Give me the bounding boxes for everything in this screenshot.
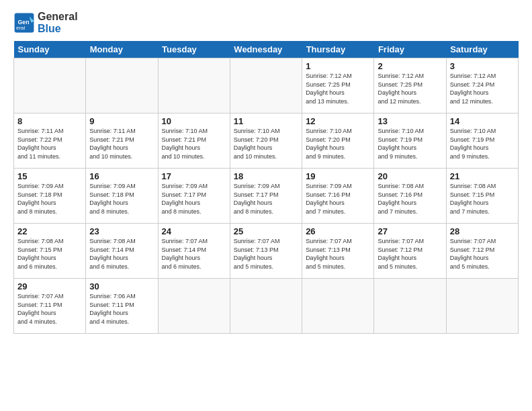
day-number: 29 — [17, 281, 82, 291]
day-number: 3 — [450, 61, 515, 71]
calendar-cell: 19 Sunrise: 7:09 AMSunset: 7:16 PMDaylig… — [302, 169, 374, 224]
day-detail: Sunrise: 7:06 AMSunset: 7:11 PMDaylight … — [89, 293, 136, 325]
day-detail: Sunrise: 7:07 AMSunset: 7:11 PMDaylight … — [17, 293, 64, 325]
day-detail: Sunrise: 7:12 AMSunset: 7:25 PMDaylight … — [306, 73, 352, 105]
calendar-cell: 16 Sunrise: 7:09 AMSunset: 7:18 PMDaylig… — [86, 169, 158, 224]
logo-text: General Blue — [38, 11, 78, 34]
day-detail: Sunrise: 7:07 AMSunset: 7:13 PMDaylight … — [306, 238, 352, 270]
calendar-cell: 27 Sunrise: 7:07 AMSunset: 7:12 PMDaylig… — [374, 224, 446, 279]
day-detail: Sunrise: 7:08 AMSunset: 7:15 PMDaylight … — [17, 238, 64, 270]
week-row-1: 1 Sunrise: 7:12 AMSunset: 7:25 PMDayligh… — [14, 58, 519, 113]
day-detail: Sunrise: 7:07 AMSunset: 7:13 PMDaylight … — [234, 238, 280, 270]
calendar-cell — [86, 58, 158, 113]
calendar-cell: 29 Sunrise: 7:07 AMSunset: 7:11 PMDaylig… — [14, 279, 86, 334]
calendar-cell: 30 Sunrise: 7:06 AMSunset: 7:11 PMDaylig… — [86, 279, 158, 334]
header: Gen eral General Blue — [13, 11, 519, 34]
day-number: 15 — [17, 171, 82, 181]
day-number: 2 — [378, 61, 442, 71]
day-detail: Sunrise: 7:12 AMSunset: 7:24 PMDaylight … — [450, 73, 496, 105]
day-number: 18 — [234, 171, 298, 181]
day-header-friday: Friday — [374, 41, 446, 58]
calendar-cell: 10 Sunrise: 7:10 AMSunset: 7:21 PMDaylig… — [158, 113, 230, 169]
day-number: 26 — [306, 226, 370, 236]
day-header-sunday: Sunday — [14, 41, 86, 58]
calendar-cell — [446, 279, 518, 334]
day-detail: Sunrise: 7:09 AMSunset: 7:17 PMDaylight … — [234, 183, 280, 215]
day-detail: Sunrise: 7:11 AMSunset: 7:22 PMDaylight … — [17, 128, 64, 160]
day-number: 30 — [89, 281, 154, 291]
calendar-cell — [158, 58, 230, 113]
day-number: 21 — [450, 171, 515, 181]
page: Gen eral General Blue SundayMondayTuesda… — [0, 0, 532, 340]
svg-text:eral: eral — [16, 25, 26, 31]
day-number: 1 — [306, 61, 370, 71]
day-number: 25 — [234, 226, 298, 236]
calendar-cell: 17 Sunrise: 7:09 AMSunset: 7:17 PMDaylig… — [158, 169, 230, 224]
calendar-cell — [230, 58, 302, 113]
day-detail: Sunrise: 7:07 AMSunset: 7:12 PMDaylight … — [378, 238, 424, 270]
calendar-cell — [230, 279, 302, 334]
calendar-cell: 3 Sunrise: 7:12 AMSunset: 7:24 PMDayligh… — [446, 58, 518, 113]
day-detail: Sunrise: 7:10 AMSunset: 7:19 PMDaylight … — [450, 128, 496, 160]
day-number: 16 — [89, 171, 154, 181]
day-number: 9 — [89, 116, 154, 126]
calendar-table: SundayMondayTuesdayWednesdayThursdayFrid… — [13, 41, 519, 334]
calendar-cell: 12 Sunrise: 7:10 AMSunset: 7:20 PMDaylig… — [302, 113, 374, 169]
day-detail: Sunrise: 7:12 AMSunset: 7:25 PMDaylight … — [378, 73, 424, 105]
calendar-cell: 25 Sunrise: 7:07 AMSunset: 7:13 PMDaylig… — [230, 224, 302, 279]
day-number: 14 — [450, 116, 515, 126]
calendar-cell: 1 Sunrise: 7:12 AMSunset: 7:25 PMDayligh… — [302, 58, 374, 113]
calendar-cell: 11 Sunrise: 7:10 AMSunset: 7:20 PMDaylig… — [230, 113, 302, 169]
day-number: 19 — [306, 171, 370, 181]
calendar-cell: 2 Sunrise: 7:12 AMSunset: 7:25 PMDayligh… — [374, 58, 446, 113]
day-number: 24 — [162, 226, 226, 236]
week-row-2: 8 Sunrise: 7:11 AMSunset: 7:22 PMDayligh… — [14, 113, 519, 169]
calendar-cell: 15 Sunrise: 7:09 AMSunset: 7:18 PMDaylig… — [14, 169, 86, 224]
day-detail: Sunrise: 7:08 AMSunset: 7:14 PMDaylight … — [89, 238, 136, 270]
day-number: 23 — [89, 226, 154, 236]
calendar-cell — [158, 279, 230, 334]
calendar-cell: 22 Sunrise: 7:08 AMSunset: 7:15 PMDaylig… — [14, 224, 86, 279]
day-number: 13 — [378, 116, 442, 126]
day-detail: Sunrise: 7:07 AMSunset: 7:12 PMDaylight … — [450, 238, 496, 270]
day-detail: Sunrise: 7:09 AMSunset: 7:18 PMDaylight … — [89, 183, 136, 215]
week-row-3: 15 Sunrise: 7:09 AMSunset: 7:18 PMDaylig… — [14, 169, 519, 224]
calendar-cell: 8 Sunrise: 7:11 AMSunset: 7:22 PMDayligh… — [14, 113, 86, 169]
day-detail: Sunrise: 7:10 AMSunset: 7:21 PMDaylight … — [162, 128, 208, 160]
calendar-cell — [302, 279, 374, 334]
calendar-cell: 23 Sunrise: 7:08 AMSunset: 7:14 PMDaylig… — [86, 224, 158, 279]
day-detail: Sunrise: 7:09 AMSunset: 7:17 PMDaylight … — [162, 183, 208, 215]
logo: Gen eral General Blue — [13, 11, 78, 34]
day-number: 17 — [162, 171, 226, 181]
svg-text:Gen: Gen — [17, 18, 29, 25]
day-detail: Sunrise: 7:09 AMSunset: 7:16 PMDaylight … — [306, 183, 352, 215]
day-number: 28 — [450, 226, 515, 236]
day-detail: Sunrise: 7:08 AMSunset: 7:16 PMDaylight … — [378, 183, 424, 215]
day-number: 10 — [162, 116, 226, 126]
logo-icon: Gen eral — [13, 12, 35, 34]
day-number: 22 — [17, 226, 82, 236]
day-number: 20 — [378, 171, 442, 181]
calendar-cell: 24 Sunrise: 7:07 AMSunset: 7:14 PMDaylig… — [158, 224, 230, 279]
day-number: 8 — [17, 116, 82, 126]
calendar-cell: 13 Sunrise: 7:10 AMSunset: 7:19 PMDaylig… — [374, 113, 446, 169]
calendar-cell — [14, 58, 86, 113]
calendar-cell: 28 Sunrise: 7:07 AMSunset: 7:12 PMDaylig… — [446, 224, 518, 279]
calendar-cell: 14 Sunrise: 7:10 AMSunset: 7:19 PMDaylig… — [446, 113, 518, 169]
calendar-cell: 18 Sunrise: 7:09 AMSunset: 7:17 PMDaylig… — [230, 169, 302, 224]
calendar-cell: 20 Sunrise: 7:08 AMSunset: 7:16 PMDaylig… — [374, 169, 446, 224]
calendar-cell: 9 Sunrise: 7:11 AMSunset: 7:21 PMDayligh… — [86, 113, 158, 169]
day-header-tuesday: Tuesday — [158, 41, 230, 58]
day-detail: Sunrise: 7:11 AMSunset: 7:21 PMDaylight … — [89, 128, 136, 160]
week-row-5: 29 Sunrise: 7:07 AMSunset: 7:11 PMDaylig… — [14, 279, 519, 334]
calendar-cell: 21 Sunrise: 7:08 AMSunset: 7:15 PMDaylig… — [446, 169, 518, 224]
week-row-4: 22 Sunrise: 7:08 AMSunset: 7:15 PMDaylig… — [14, 224, 519, 279]
day-number: 11 — [234, 116, 298, 126]
day-header-saturday: Saturday — [446, 41, 518, 58]
day-detail: Sunrise: 7:07 AMSunset: 7:14 PMDaylight … — [162, 238, 208, 270]
calendar-cell: 26 Sunrise: 7:07 AMSunset: 7:13 PMDaylig… — [302, 224, 374, 279]
day-number: 12 — [306, 116, 370, 126]
day-header-monday: Monday — [86, 41, 158, 58]
day-number: 27 — [378, 226, 442, 236]
day-detail: Sunrise: 7:10 AMSunset: 7:20 PMDaylight … — [306, 128, 352, 160]
